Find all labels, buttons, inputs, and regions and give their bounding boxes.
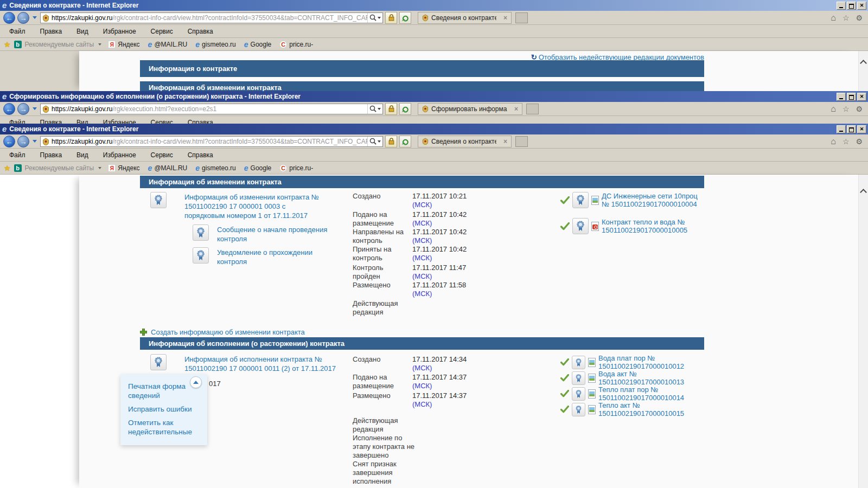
browser-tab[interactable]: Сформировать информаци... × <box>418 103 522 115</box>
timezone[interactable]: (МСК) <box>412 236 432 245</box>
menu-edit[interactable]: Правка <box>40 28 62 35</box>
timezone[interactable]: (МСК) <box>412 290 432 298</box>
minimize-button[interactable] <box>837 2 846 10</box>
scrollbar[interactable] <box>858 51 868 91</box>
url-field[interactable]: https://zakupki.gov.ru/rgk/contract-info… <box>40 136 383 147</box>
favorite-mailru[interactable]: e@MAIL.RU <box>148 40 188 49</box>
image-file-icon[interactable] <box>591 196 599 205</box>
menu-help[interactable]: Справка <box>188 119 213 124</box>
restore-button[interactable] <box>847 2 856 10</box>
signature-medal-icon[interactable] <box>572 192 589 208</box>
back-button[interactable]: ← <box>3 12 15 24</box>
timezone[interactable]: (МСК) <box>412 254 432 262</box>
tab-close-icon[interactable]: × <box>503 138 507 145</box>
favorite-priceru[interactable]: Cprice.ru- <box>279 164 313 172</box>
back-button[interactable]: ← <box>3 136 15 147</box>
scrollbar[interactable] <box>858 175 868 488</box>
image-file-icon[interactable] <box>588 374 596 383</box>
tab-close-icon[interactable]: × <box>503 14 507 22</box>
home-icon[interactable]: ⌂ <box>831 137 836 146</box>
execution-info-link[interactable]: Информация об исполнении контракта № 150… <box>184 355 353 373</box>
signature-medal-icon[interactable] <box>150 192 167 208</box>
bing-icon[interactable]: b <box>14 41 22 48</box>
image-file-icon[interactable] <box>588 389 596 399</box>
settings-gear-icon[interactable]: ⚙ <box>856 105 863 113</box>
signature-medal-icon[interactable] <box>572 356 585 369</box>
forward-button[interactable]: → <box>17 103 29 115</box>
menu-edit[interactable]: Правка <box>40 151 62 159</box>
collapse-popup-button[interactable] <box>190 376 202 388</box>
forward-button[interactable]: → <box>17 12 29 24</box>
recent-pages-icon[interactable] <box>33 107 37 110</box>
document-link[interactable]: Вода плат пор № 1501100219017000010012 <box>598 354 701 370</box>
signature-medal-icon[interactable] <box>572 218 589 234</box>
favorite-yandex[interactable]: ЯЯндекс <box>108 41 139 48</box>
image-file-icon[interactable] <box>588 358 596 367</box>
menu-favorites[interactable]: Избранное <box>103 28 136 35</box>
home-icon[interactable]: ⌂ <box>831 13 836 23</box>
favorites-star-icon[interactable]: ☆ <box>843 105 850 113</box>
document-link[interactable]: Контракт тепло и вода № 1501100219017000… <box>602 218 702 234</box>
signature-medal-icon[interactable] <box>193 224 209 241</box>
back-button[interactable]: ← <box>3 103 15 115</box>
popup-item-mark-invalid[interactable]: Отметить как недействительные <box>120 414 199 436</box>
menu-help[interactable]: Справка <box>188 28 213 35</box>
document-link[interactable]: ДС Инженерные сети 10проц № 150110021901… <box>602 192 702 208</box>
search-button[interactable] <box>367 137 381 146</box>
signature-medal-icon[interactable] <box>572 371 585 385</box>
signature-medal-icon[interactable] <box>572 403 585 416</box>
settings-gear-icon[interactable]: ⚙ <box>856 137 863 146</box>
url-field[interactable]: https://zakupki.gov.ru/rgk/contract-info… <box>40 12 383 23</box>
favorite-google[interactable]: eGoogle <box>244 164 272 172</box>
add-favorite-icon[interactable]: ★ <box>4 40 11 49</box>
popup-item-print-form[interactable]: Печатная форма сведений <box>120 374 199 400</box>
menu-view[interactable]: Вид <box>76 28 88 35</box>
restore-button[interactable] <box>847 125 856 133</box>
menu-tools[interactable]: Сервис <box>151 28 173 35</box>
scroll-up-icon[interactable] <box>860 189 867 196</box>
close-button[interactable]: ✕ <box>857 125 866 133</box>
forward-button[interactable]: → <box>17 136 29 147</box>
security-lock-button[interactable] <box>385 136 397 147</box>
security-lock-button[interactable] <box>385 12 397 24</box>
url-field[interactable]: https://zakupki.gov.ru/rgk/execution.htm… <box>40 104 383 114</box>
add-favorite-icon[interactable]: ★ <box>4 164 11 172</box>
timezone[interactable]: (МСК) <box>412 382 432 390</box>
menu-tools[interactable]: Сервис <box>151 151 173 159</box>
timezone[interactable]: (МСК) <box>412 364 432 372</box>
favorite-google[interactable]: eGoogle <box>244 40 272 49</box>
favorites-star-icon[interactable]: ☆ <box>843 137 850 146</box>
favorite-priceru[interactable]: Cprice.ru- <box>279 41 313 48</box>
favorite-mailru[interactable]: e@MAIL.RU <box>148 164 188 172</box>
titlebar[interactable]: e Сформировать информацию об исполнении … <box>0 91 868 102</box>
recent-pages-icon[interactable] <box>33 16 37 19</box>
menu-file[interactable]: Файл <box>9 119 25 124</box>
menu-view[interactable]: Вид <box>76 119 88 124</box>
titlebar[interactable]: e Сведения о контракте - Internet Explor… <box>0 124 868 134</box>
recent-pages-icon[interactable] <box>33 140 37 143</box>
restore-button[interactable] <box>847 93 856 101</box>
scroll-up-icon[interactable] <box>860 60 867 67</box>
image-file-icon[interactable] <box>588 405 596 414</box>
signature-medal-icon[interactable] <box>193 247 209 264</box>
document-link[interactable]: Тепло плат пор № 1501100219017000010014 <box>598 386 701 402</box>
timezone[interactable]: (МСК) <box>412 201 432 209</box>
pdf-file-icon[interactable] <box>591 222 599 231</box>
close-button[interactable]: ✕ <box>857 2 866 10</box>
refresh-button[interactable] <box>399 136 411 147</box>
document-link[interactable]: Вода акт № 1501100219017000010013 <box>598 370 701 386</box>
refresh-button[interactable] <box>399 12 411 24</box>
tab-close-icon[interactable]: × <box>514 105 518 113</box>
minimize-button[interactable] <box>837 125 846 133</box>
new-tab-button[interactable] <box>526 104 539 114</box>
search-button[interactable] <box>367 104 381 114</box>
create-change-info-link[interactable]: Создать информацию об изменении контракт… <box>140 328 305 337</box>
new-tab-button[interactable] <box>515 136 528 147</box>
security-lock-button[interactable] <box>385 103 397 115</box>
titlebar[interactable]: e Сведения о контракте - Internet Explor… <box>0 0 868 11</box>
favorites-star-icon[interactable]: ☆ <box>843 14 850 22</box>
control-passed-link[interactable]: Уведомление о прохождении контроля <box>217 248 328 266</box>
signature-medal-icon[interactable] <box>150 354 167 370</box>
menu-favorites[interactable]: Избранное <box>103 151 136 159</box>
menu-edit[interactable]: Правка <box>40 119 62 124</box>
